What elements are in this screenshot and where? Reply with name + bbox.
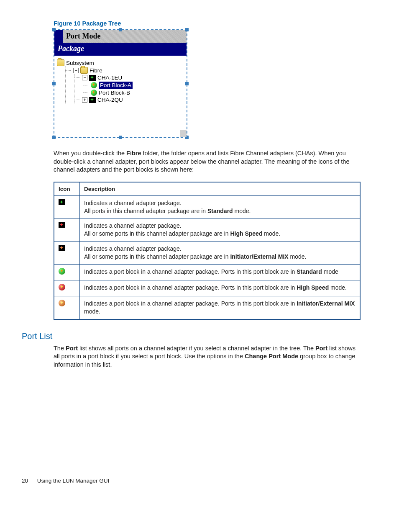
collapse-toggle-icon[interactable]: − (82, 75, 87, 80)
adapter-standard-icon (59, 199, 65, 205)
table-row: Indicates a port block in a channel adap… (54, 296, 360, 319)
body-text: The Port list shows all ports on a chann… (54, 344, 361, 369)
resize-handle-icon (52, 28, 56, 31)
section-heading-port-list: Port List (22, 332, 377, 341)
tree-label: CHA-2QU (97, 97, 123, 103)
cell-description: Indicates a channel adapter package. All… (80, 242, 361, 265)
cell-description: Indicates a port block in a channel adap… (80, 280, 361, 296)
window-title: Port Mode (63, 30, 104, 43)
cell-description: Indicates a port block in a channel adap… (80, 296, 361, 319)
cell-description: Indicates a port block in a channel adap… (80, 265, 361, 280)
folder-icon (80, 67, 88, 74)
cell-description: Indicates a channel adapter package. All… (80, 218, 361, 242)
tree-node-subsystem[interactable]: Subsystem (57, 59, 184, 67)
expand-toggle-icon[interactable]: + (82, 97, 87, 103)
scrollbar-corner-icon (180, 130, 187, 137)
adapter-icon (89, 75, 96, 81)
table-row: Indicates a port block in a channel adap… (54, 265, 360, 280)
tree-node-fibre[interactable]: − Fibre (66, 67, 184, 74)
tree-view[interactable]: Subsystem − Fibre − CHA-1EU (54, 56, 187, 137)
portblock-mix-icon (59, 300, 65, 306)
tree-node-port-block[interactable]: Port Block-B (83, 89, 184, 96)
port-block-icon (91, 90, 97, 96)
window-title-bar: Port Mode (54, 30, 187, 43)
folder-icon (57, 59, 64, 66)
page-number: 20 (22, 478, 28, 484)
table-row: Indicates a channel adapter package. All… (54, 242, 360, 265)
window-title-icon (54, 30, 63, 43)
tree-node-cha[interactable]: − CHA-1EU (74, 74, 184, 81)
figure-caption: Figure 10 Package Tree (54, 20, 361, 27)
adapter-highspeed-icon (59, 222, 65, 228)
body-text: When you double-click the Fibre folder, … (54, 149, 361, 174)
resize-handle-icon (119, 28, 122, 31)
tree-label: Fibre (90, 67, 102, 74)
portblock-standard-icon (59, 268, 65, 275)
portblock-highspeed-icon (59, 284, 65, 290)
package-tree-panel: Port Mode Package Subsystem − Fibre − CH… (54, 29, 187, 138)
cell-description: Indicates a channel adapter package. All… (80, 195, 361, 218)
tree-label: CHA-1EU (97, 75, 122, 81)
tree-label-selected: Port Block-A (99, 82, 133, 89)
panel-header: Package (54, 43, 187, 56)
col-header-icon: Icon (54, 182, 80, 196)
tree-label: Subsystem (66, 60, 94, 66)
port-block-icon (91, 82, 97, 88)
adapter-mix-icon (59, 245, 65, 251)
table-row: Indicates a channel adapter package. All… (54, 195, 360, 218)
collapse-toggle-icon[interactable]: − (73, 68, 79, 73)
col-header-description: Description (80, 182, 361, 196)
adapter-icon (89, 97, 96, 103)
page-footer: 20 Using the LUN Manager GUI (22, 478, 377, 484)
table-row: Indicates a port block in a channel adap… (54, 280, 360, 296)
table-row: Indicates a channel adapter package. All… (54, 218, 360, 242)
tree-label: Port Block-B (99, 90, 130, 96)
tree-node-cha[interactable]: + CHA-2QU (74, 96, 184, 103)
footer-title: Using the LUN Manager GUI (37, 478, 110, 484)
tree-node-port-block[interactable]: Port Block-A (83, 81, 184, 89)
resize-handle-icon (185, 28, 189, 31)
icon-legend-table: Icon Description Indicates a channel ada… (54, 182, 361, 320)
